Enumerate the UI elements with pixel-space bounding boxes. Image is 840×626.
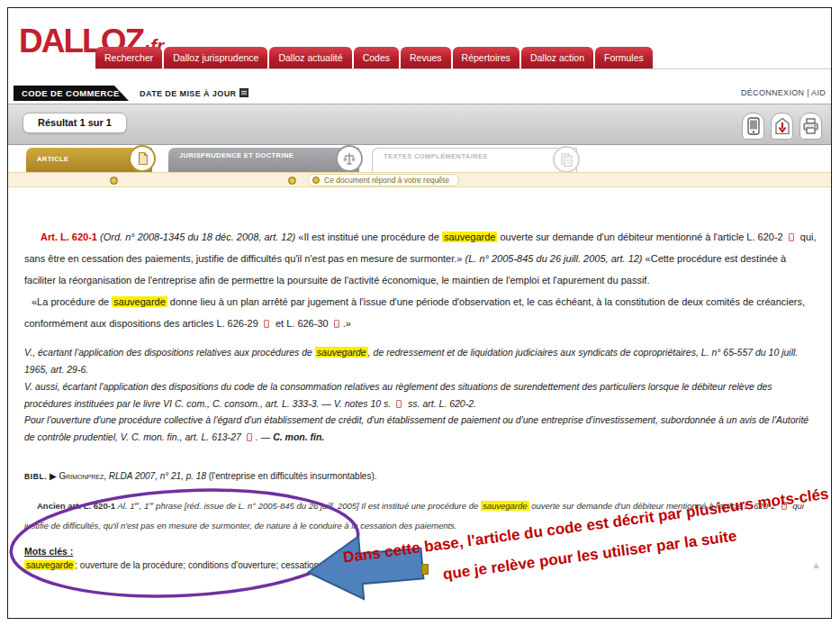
match-dot-icon xyxy=(110,177,118,185)
note-paragraph: V. aussi, écartant l'application des dis… xyxy=(24,378,820,413)
tab-textes-complementaires[interactable]: TEXTES COMPLÉMENTAIRES xyxy=(372,148,577,172)
text-segment: ; ouverture de la procédure; conditions … xyxy=(75,560,383,570)
text-segment: sauvegarde xyxy=(442,231,498,242)
header: DALLOZ·fr Rechercher Dalloz jurisprudenc… xyxy=(8,8,831,86)
tab-jurisprudence-label: JURISPRUDENCE ET DOCTRINE xyxy=(168,148,359,159)
nav-tab-dalloz-jurisprudence[interactable]: Dalloz jurisprudence xyxy=(164,47,267,69)
match-bar: Ce document répond à votre requête xyxy=(8,172,831,187)
cursor-marker xyxy=(421,564,429,575)
text-segment: .» xyxy=(343,318,351,329)
doc-link-icon[interactable] xyxy=(789,233,794,241)
text-segment: ▶ xyxy=(47,471,59,481)
text-segment: Grimonprez xyxy=(59,471,104,481)
separator: | xyxy=(807,88,809,97)
text-segment: Al. 1 xyxy=(115,501,134,511)
article-paragraph: Art. L. 620-1 (Ord. n° 2008-1345 du 18 d… xyxy=(24,227,820,292)
text-segment: Il est institué une procédure de xyxy=(361,501,481,511)
context-bar: CODE DE COMMERCE DATE DE MISE À JOUR DÉC… xyxy=(8,86,831,102)
keywords-title: Mots clés : xyxy=(24,546,820,557)
text-segment: et L. 626-30 xyxy=(273,318,329,329)
date-mise-a-jour-toggle[interactable]: DATE DE MISE À JOUR xyxy=(140,88,248,99)
nav-tab-formules[interactable]: Formules xyxy=(595,47,653,69)
match-dot-icon xyxy=(312,177,320,184)
doc-link-icon[interactable] xyxy=(334,320,339,328)
header-divider xyxy=(95,68,831,69)
deconnexion-link[interactable]: DÉCONNEXION xyxy=(741,88,804,97)
tab-jurisprudence-et-doctrine[interactable]: JURISPRUDENCE ET DOCTRINE xyxy=(168,148,359,172)
printer-icon[interactable] xyxy=(799,113,822,140)
note-paragraph: V., écartant l'application des dispositi… xyxy=(24,344,820,378)
nav-tab-revues[interactable]: Revues xyxy=(401,47,451,69)
text-segment: Pour l'ouverture d'une procédure collect… xyxy=(24,414,808,442)
doc-link-icon[interactable] xyxy=(264,320,269,328)
text-segment: ouverte sur demande d'un débiteur mentio… xyxy=(529,501,776,511)
download-icon[interactable] xyxy=(771,113,793,140)
text-segment: phrase [réd. issue de L. n° 2005-845 du … xyxy=(153,501,361,511)
text-segment: «Il est institué une procédure de xyxy=(295,231,442,242)
text-segment: sauvegarde xyxy=(481,501,529,511)
nav-tab-codes[interactable]: Codes xyxy=(354,47,399,69)
text-segment: . — xyxy=(256,431,273,442)
result-count-tab[interactable]: Résultat 1 sur 1 xyxy=(23,113,127,133)
doc-link-icon[interactable] xyxy=(781,502,787,510)
page-frame: Qui sommes-nous ?|Mentions légales|Conta… xyxy=(7,7,832,619)
nav-tab-dalloz-action[interactable]: Dalloz action xyxy=(521,47,593,69)
text-segment: BIBL. xyxy=(24,472,47,481)
papers-icon xyxy=(553,146,580,173)
match-status: Ce document répond à votre requête xyxy=(308,174,459,186)
document-actions xyxy=(742,113,822,140)
ancien-article-paragraph: Ancien art. L. 620-1 Al. 1er, 1re phrase… xyxy=(24,496,820,535)
text-segment: sauvegarde xyxy=(24,560,75,570)
match-status-text: Ce document répond à votre requête xyxy=(324,176,449,185)
article-paragraph: «La procédure de sauvegarde donne lieu à… xyxy=(24,292,820,335)
text-segment: (l'entreprise en difficultés insurmontab… xyxy=(206,471,377,481)
nav-tab-dalloz-actualite[interactable]: Dalloz actualité xyxy=(269,47,351,69)
text-segment: sauvegarde xyxy=(112,296,167,307)
scales-icon xyxy=(336,145,363,172)
main-nav: Rechercher Dalloz jurisprudence Dalloz a… xyxy=(95,47,653,69)
text-segment: «La procédure de xyxy=(32,296,112,307)
article-content: Art. L. 620-1 (Ord. n° 2008-1345 du 18 d… xyxy=(8,187,831,570)
text-segment: RLDA 2007, n° 21, p. 18 xyxy=(109,471,206,481)
text-segment: ss. art. L. 620-2. xyxy=(405,398,476,409)
tab-code-de-commerce[interactable]: CODE DE COMMERCE xyxy=(14,86,129,101)
text-segment: (Ord. n° 2008-1345 du 18 déc. 2008, art.… xyxy=(100,231,295,242)
match-dot-icon xyxy=(288,177,296,185)
bibliography-line: BIBL. ▶ Grimonprez, RLDA 2007, n° 21, p.… xyxy=(24,471,820,481)
text-segment: V., écartant l'application des dispositi… xyxy=(24,347,315,358)
article-notes: V., écartant l'application des dispositi… xyxy=(24,344,820,446)
text-segment: (L. n° 2005-845 du 26 juill. 2005, art. … xyxy=(465,253,643,264)
tab-article[interactable]: ARTICLE xyxy=(26,148,152,172)
nav-tab-rechercher[interactable]: Rechercher xyxy=(95,47,162,69)
aide-link[interactable]: AID xyxy=(811,88,826,97)
nav-tab-repertoires[interactable]: Répertoires xyxy=(453,47,519,69)
doc-link-icon[interactable] xyxy=(396,400,402,408)
tab-textes-label: TEXTES COMPLÉMENTAIRES xyxy=(373,149,576,160)
calendar-icon[interactable] xyxy=(239,88,248,99)
document-icon xyxy=(129,145,156,172)
text-segment: ouverte sur demande d'un débiteur mentio… xyxy=(497,231,782,242)
scroll-top-icon: ▲ xyxy=(811,559,821,570)
text-segment: Ancien art. L. 620-1 xyxy=(37,501,115,511)
ereader-icon[interactable] xyxy=(742,113,764,140)
date-mise-a-jour-label: DATE DE MISE À JOUR xyxy=(140,89,236,98)
results-band: Résultat 1 sur 1 xyxy=(8,104,831,145)
text-segment: Art. L. 620-1 xyxy=(41,231,97,242)
text-segment: sauvegarde xyxy=(315,347,368,358)
text-segment: , 1 xyxy=(140,501,149,511)
note-paragraph: Pour l'ouverture d'une procédure collect… xyxy=(24,412,820,446)
doc-link-icon[interactable] xyxy=(247,433,252,441)
text-segment: C. mon. fin. xyxy=(273,431,324,442)
document-tabs: ARTICLE JURISPRUDENCE ET DOCTRINE TEXTES… xyxy=(8,148,831,172)
session-links: DÉCONNEXION | AID xyxy=(741,88,826,97)
